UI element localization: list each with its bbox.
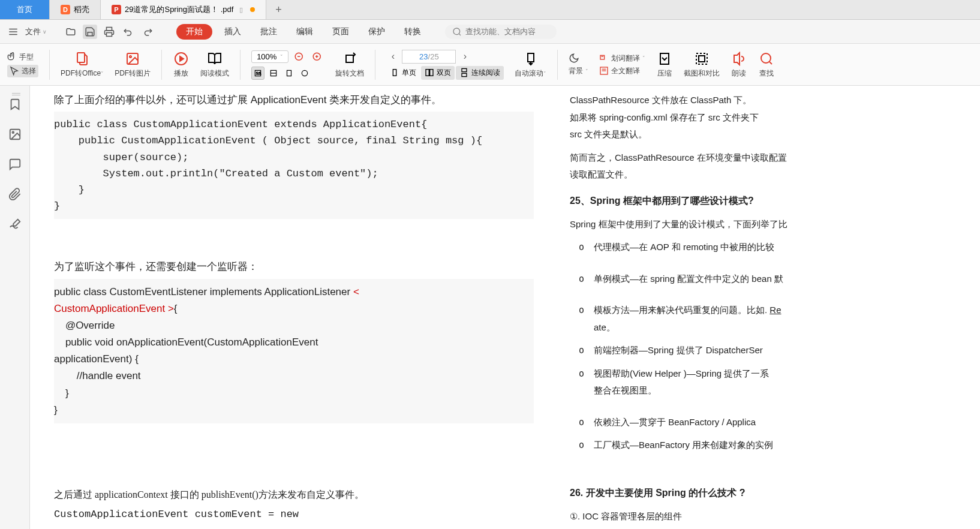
fit-visible[interactable] <box>298 67 311 80</box>
select-tool[interactable]: 选择 <box>7 65 38 77</box>
svg-point-22 <box>302 70 307 76</box>
menu-convert[interactable]: 转换 <box>397 24 428 40</box>
fit-actual[interactable]: 1:1 <box>251 67 264 80</box>
fit-width[interactable] <box>267 67 280 80</box>
page-prev[interactable]: ‹ <box>386 50 399 63</box>
list-item: 模板方法—用来解决代码重复的问题。比如. Reate。 <box>594 302 968 336</box>
word-trans-label: 划词翻译 <box>611 53 640 64</box>
list-item: 单例模式—在 spring 配置文件中定义的 bean 默 <box>594 270 968 288</box>
page-input[interactable]: 23/25 <box>402 50 456 64</box>
open-icon[interactable] <box>64 25 78 39</box>
continuous-label: 连续阅读 <box>471 68 500 78</box>
svg-point-39 <box>761 53 771 63</box>
page-current: 23 <box>419 52 428 61</box>
menu-insert[interactable]: 插入 <box>217 24 248 40</box>
menu-edit[interactable]: 编辑 <box>289 24 320 40</box>
zoom-box[interactable]: 100%˅ <box>251 50 288 63</box>
find-button[interactable]: 查找 <box>758 50 775 79</box>
hand-label: 手型 <box>19 52 34 62</box>
save-icon[interactable] <box>83 25 97 39</box>
tab-docell[interactable]: D 稻壳 <box>50 0 101 19</box>
dark-mode[interactable] <box>569 53 588 64</box>
full-trans-label: 全文翻译 <box>611 66 640 76</box>
svg-rect-4 <box>107 27 112 30</box>
page-total: /25 <box>428 52 439 61</box>
document-content: 除了上面介绍的事件以外，还可以通过扩展 ApplicationEvent 类来开… <box>30 86 980 529</box>
svg-rect-27 <box>462 68 467 71</box>
menu-page[interactable]: 页面 <box>325 24 356 40</box>
code-block: CustomApplicationEvent customEvent = new <box>54 506 534 522</box>
svg-point-9 <box>130 56 131 58</box>
menu-start[interactable]: 开始 <box>176 24 212 40</box>
chevron-down-icon: ˅ <box>280 54 283 60</box>
file-menu[interactable]: 文件∨ <box>25 26 47 37</box>
pdf-to-office[interactable]: PDF转Office˅ <box>61 50 104 79</box>
svg-rect-31 <box>600 55 605 59</box>
list-item: 工厂模式—BeanFactory 用来创建对象的实例 <box>594 437 968 454</box>
sidebar-handle[interactable] <box>12 93 20 97</box>
bookmark-icon[interactable] <box>8 98 22 111</box>
double-label: 双页 <box>437 68 451 78</box>
continuous-read[interactable]: 连续阅读 <box>456 66 504 80</box>
heading-26: 26. 开发中主要使用 Spring 的什么技术 ? <box>570 484 968 502</box>
signature-icon[interactable] <box>8 218 22 231</box>
zoom-out-icon[interactable] <box>292 50 306 64</box>
auto-scroll-label: 自动滚动 <box>515 69 543 77</box>
redo-icon[interactable] <box>140 25 155 39</box>
hand-tool[interactable]: 手型 <box>7 52 38 62</box>
fit-page[interactable] <box>282 67 296 80</box>
undo-icon[interactable] <box>121 25 136 39</box>
paragraph: 简而言之，ClassPathResource 在环境变量中读取配置 <box>570 149 968 167</box>
ribbon: 手型 选择 PDF转Office˅ PDF转图片 播放 阅读模式 100%˅ 1… <box>0 44 980 86</box>
screenshot[interactable]: 截图和对比 <box>684 50 720 79</box>
pdf-to-image[interactable]: PDF转图片 <box>115 50 151 79</box>
bg-label: 背景 <box>569 66 583 76</box>
main-area: 除了上面介绍的事件以外，还可以通过扩展 ApplicationEvent 类来开… <box>0 86 980 529</box>
paragraph: 读取配置文件。 <box>570 166 968 184</box>
paragraph: ②. 使用 AOP 配置声明式事务 <box>570 525 968 529</box>
svg-text:1:1: 1:1 <box>256 71 261 75</box>
comment-icon[interactable] <box>8 158 22 171</box>
tab-active-doc[interactable]: P 29道常见的Spring面试题！ .pdf ▯ <box>101 0 266 19</box>
menu-protect[interactable]: 保护 <box>361 24 392 40</box>
menu-review[interactable]: 批注 <box>253 24 284 40</box>
print-icon[interactable] <box>102 25 116 39</box>
word-translate[interactable]: 划词翻译˅ <box>599 53 645 64</box>
bg-color[interactable]: 背景˅ <box>569 66 588 76</box>
read-mode[interactable]: 阅读模式 <box>200 50 229 79</box>
svg-marker-11 <box>180 56 184 61</box>
page-next[interactable]: › <box>458 50 471 63</box>
compress[interactable]: 压缩 <box>656 50 673 79</box>
chevron-down-icon: ∨ <box>43 29 47 35</box>
image-icon[interactable] <box>8 128 22 141</box>
svg-rect-21 <box>287 70 291 76</box>
auto-scroll[interactable]: 自动滚动˅ <box>515 50 546 79</box>
zoom-in-icon[interactable] <box>310 50 324 64</box>
menu-icon[interactable] <box>6 25 20 39</box>
list-item: 前端控制器—Spring 提供了 DispatcherSer <box>594 342 968 359</box>
docell-icon: D <box>61 5 70 14</box>
tab-add-button[interactable]: + <box>266 0 291 19</box>
tab-home[interactable]: 首页 <box>0 0 50 19</box>
paragraph: src 文件夹是默认。 <box>570 126 968 143</box>
pattern-list: 代理模式—在 AOP 和 remoting 中被用的比较 单例模式—在 spri… <box>570 239 968 454</box>
search-input[interactable] <box>465 27 549 36</box>
svg-rect-7 <box>77 53 85 62</box>
svg-point-5 <box>453 28 460 35</box>
read-aloud[interactable]: 朗读 <box>731 50 747 79</box>
search-box[interactable] <box>445 25 557 39</box>
code-block: public class CustomEventListener impleme… <box>54 279 534 424</box>
tab-bar: 首页 D 稻壳 P 29道常见的Spring面试题！ .pdf ▯ + <box>0 0 980 20</box>
single-page[interactable]: 单页 <box>386 66 420 80</box>
attachment-icon[interactable] <box>8 188 22 201</box>
double-page[interactable]: 双页 <box>421 66 455 80</box>
list-item: 依赖注入—贯穿于 BeanFactory / Applica <box>594 414 968 431</box>
full-translate[interactable]: 全文翻译 <box>599 66 645 76</box>
rotate-doc[interactable]: 旋转文档 <box>335 50 364 79</box>
svg-rect-3 <box>107 32 112 36</box>
svg-rect-23 <box>346 55 353 62</box>
heading-25: 25、Spring 框架中都用到了哪些设计模式? <box>570 192 968 210</box>
search-icon <box>452 27 462 37</box>
cast-icon: ▯ <box>239 6 243 14</box>
play-button[interactable]: 播放 <box>173 50 190 79</box>
